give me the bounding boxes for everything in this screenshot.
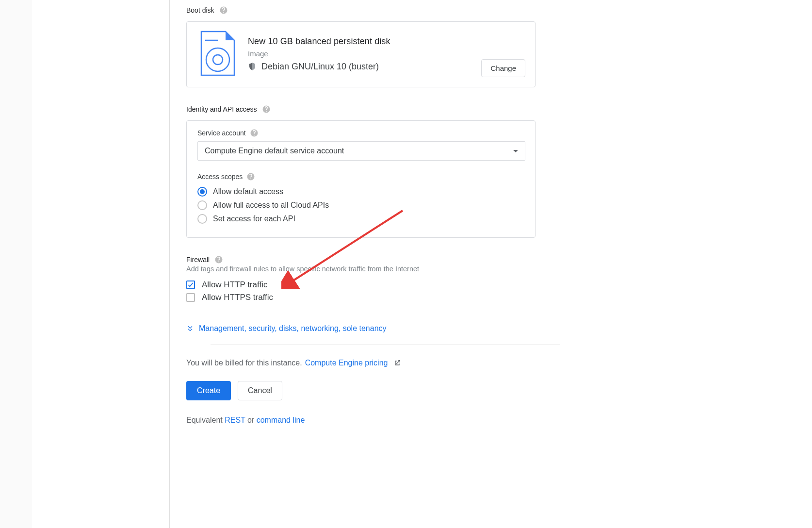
caret-down-icon [513,150,518,152]
boot-disk-image-name: Debian GNU/Linux 10 (buster) [261,62,379,72]
equivalent-mid: or [245,416,257,424]
radio-icon [197,187,207,197]
service-account-value: Compute Engine default service account [205,147,344,155]
billing-text: You will be billed for this instance. [186,359,302,367]
identity-heading: Identity and API access [186,105,584,114]
boot-disk-heading: Boot disk [186,6,584,15]
checkbox-icon [186,293,195,302]
expander-label: Management, security, disks, networking,… [199,324,387,333]
firewall-heading: Firewall [186,255,584,264]
service-account-label: Service account [197,129,525,137]
boot-disk-heading-text: Boot disk [186,6,214,14]
equivalent-line: Equivalent REST or command line [186,416,584,425]
help-icon[interactable] [262,105,271,114]
help-icon[interactable] [250,129,259,137]
access-scopes-label: Access scopes [197,172,525,181]
identity-heading-text: Identity and API access [186,105,257,113]
expand-management-link[interactable]: Management, security, disks, networking,… [186,324,584,333]
pricing-link[interactable]: Compute Engine pricing [305,359,388,367]
identity-card: Service account Compute Engine default s… [186,120,536,238]
checkbox-allow-https[interactable]: Allow HTTPS traffic [186,291,584,304]
divider [211,345,560,345]
access-scopes: Access scopes Allow default access Allow… [197,172,525,226]
radio-label: Allow full access to all Cloud APIs [213,201,329,210]
external-link-icon [393,359,401,367]
boot-disk-title: New 10 GB balanced persistent disk [248,36,469,47]
left-gutter [0,0,32,528]
svg-point-1 [206,48,229,71]
help-icon[interactable] [219,6,228,15]
radio-label: Set access for each API [213,214,295,223]
firewall-description: Add tags and firewall rules to allow spe… [186,265,584,273]
cancel-button[interactable]: Cancel [238,381,282,400]
action-buttons: Create Cancel [186,381,584,400]
content-divider [169,0,170,528]
boot-disk-card: New 10 GB balanced persistent disk Image… [186,21,536,87]
access-scopes-label-text: Access scopes [197,173,243,181]
billing-note: You will be billed for this instance. Co… [186,359,584,367]
shield-icon [248,62,257,71]
chevron-double-down-icon [186,325,194,332]
radio-label: Allow default access [213,187,283,196]
radio-icon [197,200,207,210]
change-button[interactable]: Change [481,59,525,77]
firewall-heading-text: Firewall [186,256,210,264]
service-account-select[interactable]: Compute Engine default service account [197,141,525,161]
help-icon[interactable] [214,255,223,264]
command-line-link[interactable]: command line [257,416,305,424]
create-button[interactable]: Create [186,381,231,400]
service-account-label-text: Service account [197,129,246,137]
boot-disk-image-row: Debian GNU/Linux 10 (buster) [248,62,469,72]
boot-disk-info: New 10 GB balanced persistent disk Image… [248,36,469,72]
checkbox-label: Allow HTTPS traffic [202,293,273,302]
checkbox-icon [186,280,195,289]
radio-allow-default[interactable]: Allow default access [197,185,525,198]
help-icon[interactable] [246,172,255,181]
svg-point-2 [213,55,223,65]
boot-disk-image-label: Image [248,50,469,58]
checkbox-label: Allow HTTP traffic [202,280,267,290]
radio-icon [197,214,207,224]
equivalent-prefix: Equivalent [186,416,225,424]
disk-icon [197,31,235,77]
radio-allow-full[interactable]: Allow full access to all Cloud APIs [197,198,525,212]
checkbox-allow-http[interactable]: Allow HTTP traffic [186,279,584,291]
radio-set-each[interactable]: Set access for each API [197,212,525,226]
rest-link[interactable]: REST [225,416,245,424]
